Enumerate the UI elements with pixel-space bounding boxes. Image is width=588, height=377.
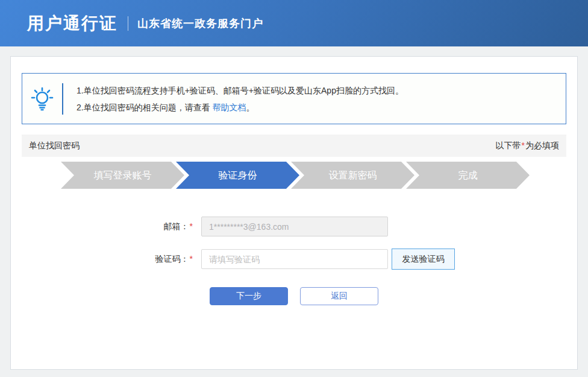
app-title: 用户通行证 [27, 12, 117, 35]
notice-text: 1.单位找回密码流程支持手机+验证码、邮箱号+验证码以及爱山东App扫脸的方式找… [63, 82, 404, 116]
step-set-new-password: 设置新密码 [291, 162, 414, 189]
next-step-button[interactable]: 下一步 [210, 287, 288, 305]
notice-line-2: 2.单位找回密码的相关问题，请查看 帮助文档。 [77, 99, 404, 116]
lightbulb-icon [22, 85, 62, 113]
step-complete: 完成 [406, 162, 530, 189]
action-buttons: 下一步 返回 [210, 287, 566, 305]
code-label-text: 验证码： [155, 254, 189, 264]
required-note-prefix: 以下带 [496, 141, 521, 150]
app-header: 用户通行证 山东省统一政务服务门户 [0, 0, 588, 46]
notice-line-2-suffix: 。 [246, 103, 255, 112]
email-label: 邮箱：* [22, 221, 201, 232]
back-button[interactable]: 返回 [300, 287, 378, 305]
code-required-star: * [189, 254, 193, 264]
send-code-button[interactable]: 发送验证码 [392, 249, 455, 270]
email-row: 邮箱：* [22, 217, 566, 236]
email-field[interactable] [201, 217, 388, 236]
help-doc-link[interactable]: 帮助文档 [213, 103, 246, 112]
step-fill-account: 填写登录账号 [61, 162, 184, 189]
required-note: 以下带*为必填项 [496, 141, 559, 151]
code-input[interactable] [201, 249, 388, 269]
main-card: 1.单位找回密码流程支持手机+验证码、邮箱号+验证码以及爱山东App扫脸的方式找… [10, 56, 578, 370]
email-label-text: 邮箱： [164, 221, 189, 231]
section-band: 单位找回密码 以下带*为必填项 [22, 135, 566, 157]
required-note-suffix: 为必填项 [525, 141, 559, 150]
verify-form: 邮箱：* 验证码：* 发送验证码 [22, 217, 566, 270]
required-note-star: * [521, 141, 525, 150]
app-subtitle: 山东省统一政务服务门户 [137, 16, 263, 31]
step-verify-identity: 验证身份 [176, 162, 299, 189]
email-required-star: * [189, 221, 193, 231]
step-wizard: 填写登录账号 验证身份 设置新密码 完成 [61, 162, 566, 189]
notice-box: 1.单位找回密码流程支持手机+验证码、邮箱号+验证码以及爱山东App扫脸的方式找… [22, 73, 566, 124]
notice-line-1: 1.单位找回密码流程支持手机+验证码、邮箱号+验证码以及爱山东App扫脸的方式找… [77, 82, 404, 99]
code-row: 验证码：* 发送验证码 [22, 249, 566, 270]
header-divider [128, 16, 128, 31]
section-title: 单位找回密码 [29, 141, 80, 151]
code-label: 验证码：* [22, 254, 201, 265]
notice-line-2-prefix: 2.单位找回密码的相关问题，请查看 [77, 103, 213, 112]
